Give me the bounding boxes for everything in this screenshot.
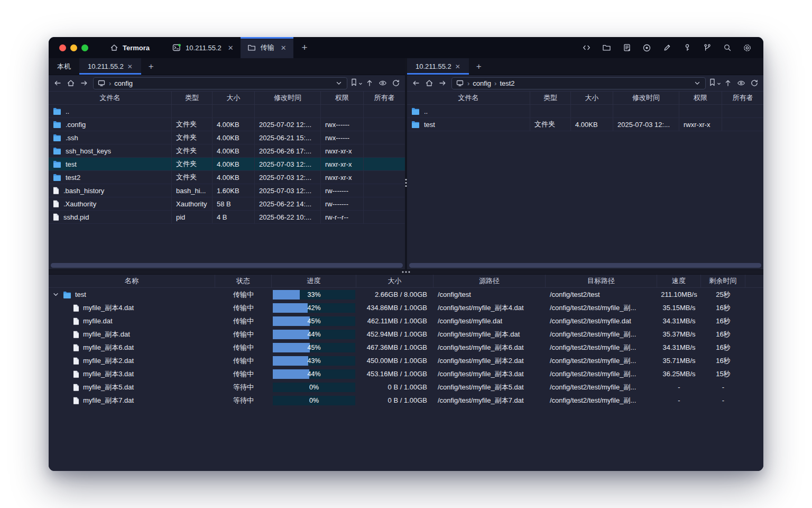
horizontal-scrollbar[interactable] (51, 263, 403, 268)
pane-tab-local[interactable]: 本机 (49, 58, 79, 75)
column-header[interactable]: 类型 (530, 92, 571, 104)
transfer-row[interactable]: myfile_副本5.dat等待中0%0 B / 1.00GB/config/t… (49, 380, 763, 394)
column-header[interactable]: 目标路径 (546, 275, 657, 287)
column-header[interactable]: 权限 (679, 92, 722, 104)
refresh-icon[interactable] (392, 79, 400, 87)
transfer-row[interactable]: myfile_副本3.dat传输中44%453.16MB / 1.00GB/co… (49, 367, 763, 380)
close-icon[interactable]: ✕ (127, 63, 133, 70)
folder-icon (411, 107, 420, 115)
column-header[interactable]: 名称 (49, 275, 215, 287)
file-row[interactable]: .. (49, 105, 405, 118)
forward-icon[interactable] (80, 79, 88, 87)
file-row[interactable]: .XauthorityXauthority58 B2025-06-22 14:.… (49, 197, 405, 211)
file-row[interactable]: .. (407, 105, 763, 118)
branch-icon[interactable] (703, 43, 712, 52)
edit-icon[interactable] (662, 43, 671, 52)
file-cell (364, 131, 405, 144)
column-header[interactable]: 文件名 (49, 92, 172, 104)
close-icon[interactable]: ✕ (455, 63, 460, 70)
column-header[interactable]: 所有者 (722, 92, 763, 104)
column-header[interactable]: 文件名 (407, 92, 530, 104)
column-header[interactable]: 修改时间 (255, 92, 321, 104)
zoom-window-button[interactable] (81, 44, 88, 51)
home-icon[interactable] (425, 79, 433, 87)
new-pane-tab-button[interactable]: + (141, 58, 161, 75)
column-header[interactable]: 速度 (657, 275, 701, 287)
transfer-row[interactable]: myfile_副本4.dat传输中42%434.86MB / 1.00GB/co… (49, 301, 763, 314)
transfer-row[interactable]: myfile.dat传输中45%462.11MB / 1.00GB/config… (49, 314, 763, 328)
path-separator: › (467, 79, 469, 87)
column-header[interactable]: 类型 (172, 92, 213, 104)
transfer-row[interactable]: myfile_副本2.dat传输中43%450.00MB / 1.00GB/co… (49, 354, 763, 367)
horizontal-scrollbar[interactable] (409, 263, 761, 268)
column-header[interactable]: 大小 (356, 275, 433, 287)
column-header[interactable]: 大小 (571, 92, 613, 104)
code-icon[interactable] (582, 43, 591, 52)
key-icon[interactable] (682, 43, 691, 52)
bookmark-icon[interactable] (710, 79, 719, 87)
transfer-source-path: /config/test/myfile.dat (433, 314, 546, 328)
pane-tab-remote[interactable]: 10.211.55.2 ✕ (407, 58, 469, 75)
column-header[interactable]: 所有者 (364, 92, 405, 104)
pane-tab-remote[interactable]: 10.211.55.2 ✕ (79, 58, 141, 75)
transfer-row[interactable]: test传输中33%2.66GB / 8.00GB/config/test/co… (49, 288, 763, 301)
file-row[interactable]: .bash_historybash_hi...1.60KB2025-07-03 … (49, 184, 405, 197)
home-icon[interactable] (67, 79, 75, 87)
path-segment[interactable]: test2 (500, 79, 514, 87)
back-icon[interactable] (412, 79, 420, 87)
refresh-icon[interactable] (750, 79, 759, 87)
transfer-row[interactable]: myfile_副本7.dat等待中0%0 B / 1.00GB/config/t… (49, 394, 763, 407)
file-cell (530, 105, 571, 117)
file-row[interactable]: test文件夹4.00KB2025-07-03 12:...rwxr-xr-x (49, 158, 405, 171)
chevron-down-icon[interactable] (335, 79, 343, 87)
transfer-splitter[interactable] (49, 269, 763, 275)
close-window-button[interactable] (59, 44, 66, 51)
path-segment[interactable]: config (114, 79, 133, 87)
eye-icon[interactable] (379, 79, 387, 87)
app-title: Termora (123, 44, 150, 52)
log-icon[interactable] (622, 43, 631, 52)
back-icon[interactable] (53, 79, 62, 87)
file-row[interactable]: .ssh文件夹4.00KB2025-06-21 15:...rwx------ (49, 131, 405, 144)
transfer-row[interactable]: myfile_副本.dat传输中44%452.94MB / 1.00GB/con… (49, 328, 763, 341)
file-row[interactable]: .config文件夹4.00KB2025-07-02 12:...rwx----… (49, 118, 405, 131)
close-icon[interactable]: ✕ (228, 44, 234, 52)
column-header[interactable]: 进度 (272, 275, 356, 287)
tab-ssh-session[interactable]: 10.211.55.2 ✕ (165, 37, 241, 58)
expand-chevron-icon[interactable] (52, 291, 59, 298)
file-row[interactable]: test文件夹4.00KB2025-07-03 12:...rwxr-xr-x (407, 118, 763, 131)
column-header[interactable]: 权限 (321, 92, 364, 104)
column-header[interactable]: 剩余时间 (701, 275, 745, 287)
column-header[interactable]: 修改时间 (613, 92, 679, 104)
eye-icon[interactable] (737, 79, 745, 87)
file-cell (364, 105, 405, 117)
path-segment[interactable]: config (473, 79, 491, 87)
up-icon[interactable] (724, 79, 732, 87)
path-field[interactable]: › config (93, 77, 347, 89)
tab-transfer[interactable]: 传输 ✕ (241, 37, 293, 58)
new-pane-tab-button[interactable]: + (469, 58, 489, 75)
file-row[interactable]: test2文件夹4.00KB2025-07-03 12:...rwxr-xr-x (49, 171, 405, 184)
column-header[interactable]: 状态 (215, 275, 272, 287)
column-header[interactable]: 大小 (213, 92, 255, 104)
tab-termora-home[interactable]: Termora (98, 37, 165, 58)
settings-icon[interactable] (743, 43, 752, 52)
file-row[interactable]: sshd.pidpid4 B2025-06-22 10:...rw-r--r-- (49, 211, 405, 224)
bookmark-icon[interactable] (352, 79, 361, 87)
forward-icon[interactable] (438, 79, 447, 87)
folder-icon[interactable] (602, 43, 611, 52)
titlebar: Termora 10.211.55.2 ✕ 传输 ✕ + (49, 37, 763, 58)
new-tab-button[interactable]: + (293, 37, 316, 58)
file-row[interactable]: ssh_host_keys文件夹4.00KB2025-06-26 17:...r… (49, 144, 405, 158)
chevron-down-icon[interactable] (693, 79, 702, 87)
file-cell (613, 105, 679, 117)
minimize-window-button[interactable] (70, 44, 77, 51)
transfer-row[interactable]: myfile_副本6.dat传输中45%467.36MB / 1.00GB/co… (49, 341, 763, 354)
search-icon[interactable] (723, 43, 732, 52)
path-field[interactable]: › config › test2 (451, 77, 706, 89)
close-icon[interactable]: ✕ (281, 44, 287, 52)
column-header[interactable]: 源路径 (433, 275, 546, 287)
record-icon[interactable] (642, 43, 651, 52)
up-icon[interactable] (365, 79, 374, 87)
file-table-body: ...config文件夹4.00KB2025-07-02 12:...rwx--… (49, 105, 405, 269)
